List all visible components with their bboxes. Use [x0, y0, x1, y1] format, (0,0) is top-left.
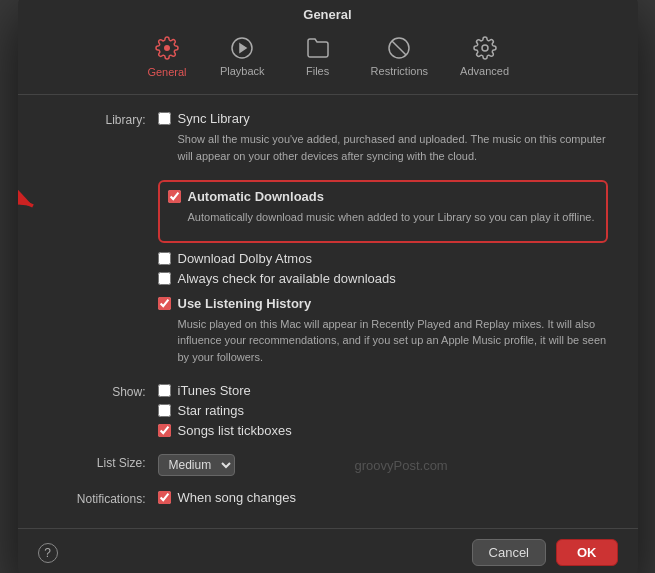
library-label: Library:	[48, 111, 158, 127]
star-ratings-label: Star ratings	[178, 403, 244, 418]
auto-downloads-section: Automatic Downloads Automatically downlo…	[48, 180, 608, 375]
itunes-store-row: iTunes Store	[158, 383, 608, 398]
tab-files-label: Files	[306, 65, 329, 77]
svg-line-3	[392, 41, 406, 55]
check-downloads-row: Always check for available downloads	[158, 271, 608, 286]
list-size-row: List Size: Small Medium Large groovyPost…	[48, 454, 608, 482]
show-content: iTunes Store Star ratings Songs list tic…	[158, 383, 608, 446]
dolby-checkbox[interactable]	[158, 252, 171, 265]
songs-tickboxes-label: Songs list tickboxes	[178, 423, 292, 438]
list-size-select[interactable]: Small Medium Large	[158, 454, 235, 476]
auto-downloads-description: Automatically download music when added …	[168, 209, 596, 226]
arrow-container	[18, 188, 43, 228]
library-content: Sync Library Show all the music you've a…	[158, 111, 608, 172]
tab-playback[interactable]: Playback	[206, 32, 279, 84]
sync-library-description: Show all the music you've added, purchas…	[158, 131, 608, 164]
footer-right: Cancel OK	[472, 539, 618, 566]
notifications-label: Notifications:	[48, 490, 158, 506]
sync-library-label: Sync Library	[178, 111, 250, 126]
tab-restrictions-label: Restrictions	[371, 65, 428, 77]
tab-advanced-label: Advanced	[460, 65, 509, 77]
sync-library-checkbox[interactable]	[158, 112, 171, 125]
sync-library-row: Sync Library	[158, 111, 608, 126]
auto-downloads-checkbox[interactable]	[168, 190, 181, 203]
when-song-changes-label: When song changes	[178, 490, 297, 505]
toolbar: General Playback Files	[18, 28, 638, 95]
svg-point-4	[482, 45, 488, 51]
listening-history-checkbox[interactable]	[158, 297, 171, 310]
itunes-store-checkbox[interactable]	[158, 384, 171, 397]
dolby-label: Download Dolby Atmos	[178, 251, 312, 266]
library-row: Library: Sync Library Show all the music…	[48, 111, 608, 172]
check-downloads-label: Always check for available downloads	[178, 271, 396, 286]
restrictions-icon	[387, 36, 411, 63]
itunes-store-label: iTunes Store	[178, 383, 251, 398]
show-row: Show: iTunes Store Star ratings Songs li…	[48, 383, 608, 446]
listening-history-row: Use Listening History	[158, 296, 608, 311]
listening-description: Music played on this Mac will appear in …	[158, 316, 608, 366]
tab-files[interactable]: Files	[283, 32, 353, 84]
songs-tickboxes-row: Songs list tickboxes	[158, 423, 608, 438]
files-icon	[306, 36, 330, 63]
when-song-changes-row: When song changes	[158, 490, 608, 505]
svg-marker-1	[240, 44, 246, 52]
auto-downloads-row: Automatic Downloads	[168, 189, 596, 204]
arrow-svg	[18, 188, 43, 228]
help-button[interactable]: ?	[38, 543, 58, 563]
tab-general-label: General	[147, 66, 186, 78]
list-size-label: List Size:	[48, 454, 158, 470]
dialog-footer: ? Cancel OK	[18, 528, 638, 573]
ok-button[interactable]: OK	[556, 539, 618, 566]
star-ratings-checkbox[interactable]	[158, 404, 171, 417]
list-size-inline: Small Medium Large groovyPost.com	[158, 454, 608, 476]
star-ratings-row: Star ratings	[158, 403, 608, 418]
notifications-row: Notifications: When song changes	[48, 490, 608, 510]
watermark: groovyPost.com	[355, 458, 448, 473]
tab-general[interactable]: General	[132, 32, 202, 84]
general-icon	[155, 36, 179, 64]
tab-advanced[interactable]: Advanced	[446, 32, 523, 84]
auto-downloads-block: Automatic Downloads Automatically downlo…	[158, 180, 608, 243]
cancel-button[interactable]: Cancel	[472, 539, 546, 566]
show-label: Show:	[48, 383, 158, 399]
tab-restrictions[interactable]: Restrictions	[357, 32, 442, 84]
songs-tickboxes-checkbox[interactable]	[158, 424, 171, 437]
auto-downloads-content: Automatic Downloads Automatically downlo…	[158, 180, 608, 375]
auto-downloads-spacer	[48, 180, 158, 182]
dialog-title: General	[18, 0, 638, 28]
check-downloads-checkbox[interactable]	[158, 272, 171, 285]
content-area: Library: Sync Library Show all the music…	[18, 95, 638, 528]
list-size-content: Small Medium Large groovyPost.com	[158, 454, 608, 482]
advanced-icon	[473, 36, 497, 63]
playback-icon	[230, 36, 254, 63]
footer-left: ?	[38, 543, 58, 563]
dolby-row: Download Dolby Atmos	[158, 251, 608, 266]
listening-history-label: Use Listening History	[178, 296, 312, 311]
notifications-content: When song changes	[158, 490, 608, 510]
auto-downloads-label: Automatic Downloads	[188, 189, 325, 204]
tab-playback-label: Playback	[220, 65, 265, 77]
preferences-dialog: General General Playback	[18, 0, 638, 573]
when-song-changes-checkbox[interactable]	[158, 491, 171, 504]
